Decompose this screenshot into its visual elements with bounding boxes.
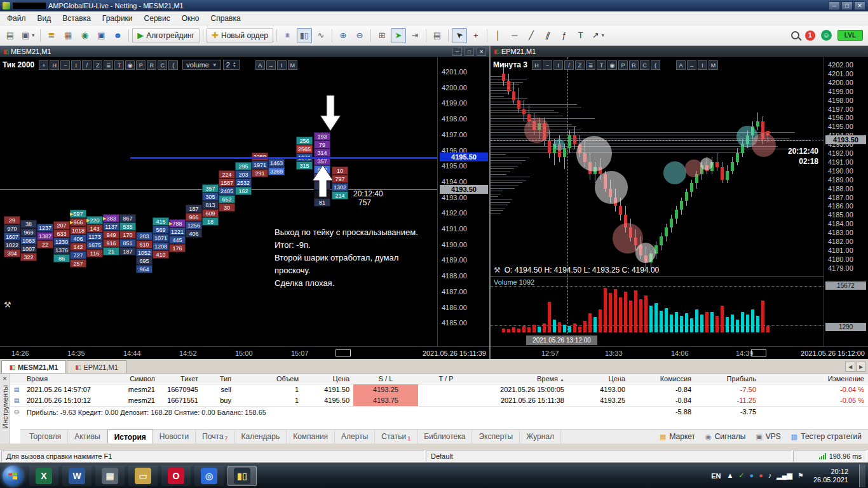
left-chart-tool-button-12[interactable]: (	[168, 60, 178, 70]
right-chart-tool-button-8[interactable]: P	[618, 60, 628, 70]
chart-window-titlebar[interactable]: ▮▯ MESM21,M1 ─ □ ✕	[0, 46, 489, 57]
toolbox-tab-Активы[interactable]: Активы	[68, 430, 107, 444]
left-chart-tool-button-9[interactable]: P	[136, 60, 146, 70]
chart-window-titlebar[interactable]: ▮▯ EPM21,M1	[491, 46, 868, 57]
volume-icon[interactable]: ♪	[768, 472, 772, 479]
service-VPS[interactable]: ▣VPS	[756, 432, 780, 441]
axis-scroll-box[interactable]	[751, 349, 766, 356]
toolbox-tab-Алерты[interactable]: Алерты	[335, 430, 375, 444]
right-chart-tool-button-0[interactable]: H	[532, 60, 541, 70]
taskbar-word[interactable]: W	[62, 466, 92, 486]
left-chart-mode-button-0[interactable]: A	[255, 60, 265, 70]
left-chart-tool-button-11[interactable]: C	[158, 60, 167, 70]
taskbar-metatrader[interactable]: ▮▯	[227, 466, 257, 486]
column-header-volume[interactable]: Объем	[235, 374, 302, 384]
left-chart-tool-button-6[interactable]: ≣	[104, 60, 113, 70]
scroll-tabs-left-button[interactable]: ◀	[845, 362, 855, 372]
maximize-button[interactable]: □	[841, 1, 853, 10]
column-header-price2[interactable]: Цена	[568, 374, 629, 384]
toolbox-tab-Торговля[interactable]: Торговля	[23, 430, 68, 444]
tray-expand-icon[interactable]: ▲	[726, 472, 733, 479]
taskbar-opera[interactable]: O	[161, 466, 191, 486]
candles-mode-button[interactable]: ▮▯	[297, 28, 312, 43]
left-chart-tool-button-8[interactable]: ◉	[125, 60, 135, 70]
zoom-in-button[interactable]: ⊕	[336, 28, 351, 43]
scroll-tabs-right-button[interactable]: ▶	[856, 362, 866, 372]
shapes-button[interactable]: ↗▾	[590, 28, 607, 43]
column-header-type[interactable]: Тип	[202, 374, 235, 384]
cluster-chart-canvas[interactable]: Тик 2000 +H−I/Z≣T◉PRC( volume▼ 2▲▼ A→IM …	[0, 57, 437, 346]
show-desktop-button[interactable]	[859, 464, 865, 487]
crosshair-button[interactable]: +	[468, 28, 484, 43]
history-row[interactable]: ▤2021.05.26 15:10:12mesm2116671551buy141…	[10, 395, 868, 406]
chart-close-button[interactable]: ✕	[477, 48, 486, 56]
toolbox-close-icon[interactable]: ✕	[3, 376, 8, 382]
toolbox-tab-Новости[interactable]: Новости	[153, 430, 196, 444]
service-Тестер стратегий[interactable]: ▥Тестер стратегий	[791, 432, 862, 441]
right-chart-tool-button-1[interactable]: −	[543, 60, 552, 70]
left-chart-mode-button-3[interactable]: M	[288, 60, 297, 70]
network-icon[interactable]: ▂▄▆	[776, 472, 792, 479]
candle-chart-canvas[interactable]: Минута 3 H−I/Z≣T◉PRC( A→IM ⚒ O: 4194.50 …	[491, 57, 824, 346]
column-header-ticket[interactable]: Тикет	[159, 374, 202, 384]
right-chart-tool-button-2[interactable]: I	[553, 60, 563, 70]
right-chart-tool-button-6[interactable]: T	[597, 60, 606, 70]
right-chart-tool-button-5[interactable]: ≣	[586, 60, 595, 70]
column-header-commission[interactable]: Комиссия	[629, 374, 695, 384]
right-chart-tool-button-10[interactable]: C	[640, 60, 649, 70]
community-icon[interactable]: ☺	[821, 30, 832, 41]
chart-profiles-button[interactable]: ▣▾	[19, 28, 37, 43]
chart-maximize-button[interactable]: □	[465, 48, 474, 56]
right-chart-tool-button-11[interactable]: (	[651, 60, 660, 70]
taskbar-network-app[interactable]: ◎	[194, 466, 224, 486]
time-axis[interactable]: 2021.05.26 15:11:39 14:2614:3514:4414:52…	[0, 346, 489, 359]
right-chart-mode-button-1[interactable]: →	[687, 60, 696, 70]
menu-item-Справка[interactable]: Справка	[205, 12, 247, 25]
market-watch-button[interactable]: ≣	[44, 28, 59, 43]
service-Сигналы[interactable]: ◉Сигналы	[705, 432, 745, 441]
left-chart-tool-button-3[interactable]: I	[71, 60, 81, 70]
toolbox-tab-Календарь[interactable]: Календарь	[235, 430, 287, 444]
column-header-sl[interactable]: S / L	[353, 374, 418, 384]
line-mode-button[interactable]: ∿	[313, 28, 329, 43]
menu-item-Файл[interactable]: Файл	[1, 12, 32, 25]
text-label-button[interactable]: T	[573, 28, 588, 43]
chart-tab-epm21[interactable]: ▮▯ EPM21,M1	[67, 360, 126, 373]
volume-spinner[interactable]: 2▲▼	[223, 60, 240, 70]
toolbox-tab-Почта[interactable]: Почта7	[196, 430, 234, 444]
right-chart-tool-button-4[interactable]: Z	[575, 60, 585, 70]
tile-windows-button[interactable]: ⊞	[374, 28, 390, 43]
toolbox-tab-Статьи[interactable]: Статьи1	[375, 430, 417, 444]
left-chart-mode-button-1[interactable]: →	[266, 60, 276, 70]
terminal-button[interactable]: ▣	[93, 28, 109, 43]
chat-button[interactable]: ☻	[110, 28, 125, 43]
column-header-symbol[interactable]: Символ	[98, 374, 159, 384]
start-button[interactable]	[3, 466, 23, 486]
left-chart-tool-button-7[interactable]: T	[114, 60, 124, 70]
toolbox-tab-Журнал[interactable]: Журнал	[520, 430, 561, 444]
toolbox-tab-Компания[interactable]: Компания	[287, 430, 335, 444]
status-connection[interactable]: 198.96 ms	[793, 451, 867, 462]
time-axis[interactable]: 2021.05.26 15:12:00 12:5713:3314:0614:39	[491, 346, 868, 359]
column-header-change[interactable]: Изменение	[760, 374, 868, 384]
quick-tools-icon[interactable]: ⚒	[494, 266, 501, 274]
minimize-button[interactable]: ─	[829, 1, 840, 10]
column-header-time2[interactable]: Время▲	[474, 374, 568, 384]
toolbox-tab-История[interactable]: История	[107, 430, 153, 444]
algo-trading-button[interactable]: ▶Алготрейдинг	[132, 28, 200, 43]
fibonacci-button[interactable]: ƒ	[557, 28, 572, 43]
data-window-button[interactable]: ▦	[60, 28, 76, 43]
alert-icon[interactable]: ●	[759, 472, 763, 479]
column-header-price[interactable]: Цена	[302, 374, 353, 384]
left-chart-tool-button-4[interactable]: /	[82, 60, 92, 70]
right-chart-tool-button-9[interactable]: R	[629, 60, 639, 70]
left-chart-mode-button-2[interactable]: I	[277, 60, 287, 70]
service-Маркет[interactable]: ▦Маркет	[660, 432, 695, 441]
status-profile[interactable]: Default	[426, 451, 792, 462]
navigator-button[interactable]: ◉	[77, 28, 92, 43]
close-button[interactable]: ✕	[854, 1, 865, 10]
pane-separator[interactable]	[491, 276, 824, 277]
taskbar-excel[interactable]: X	[29, 466, 58, 486]
menu-item-Окно[interactable]: Окно	[176, 12, 205, 25]
left-chart-tool-button-10[interactable]: R	[147, 60, 156, 70]
